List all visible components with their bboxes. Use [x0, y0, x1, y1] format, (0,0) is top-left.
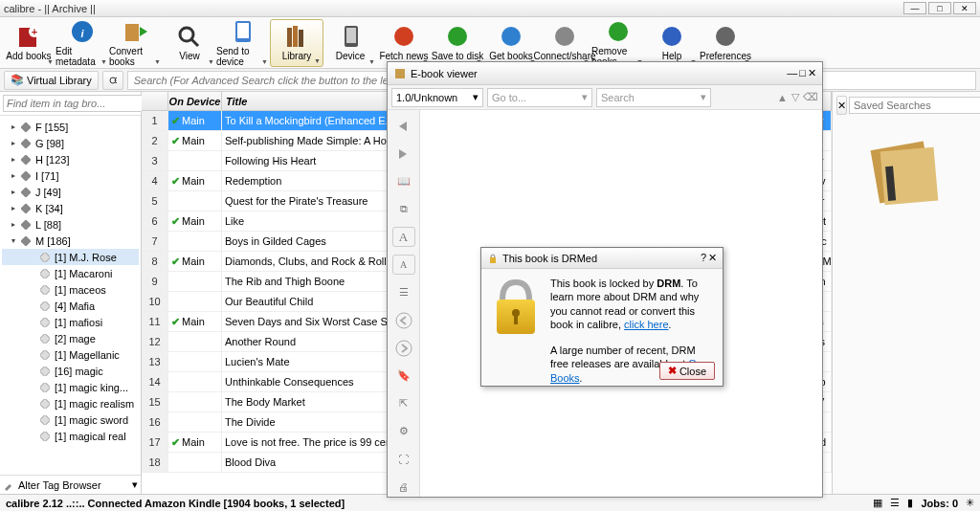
tag-item[interactable]: [1] Magellanic [2, 346, 139, 363]
tag-category[interactable]: ▸H [123] [2, 151, 139, 167]
layout-list-icon[interactable]: ☰ [890, 497, 900, 509]
diamond-icon [21, 122, 33, 132]
diamond-icon [21, 204, 33, 213]
dialog-close-x-button[interactable]: ✕ [708, 252, 717, 264]
drm-dialog: This book is DRMed ? ✕ This book is lock… [480, 247, 724, 387]
back-arrow-icon[interactable] [392, 116, 415, 136]
toolbar-extra-0[interactable]: Fetch news▼ [377, 19, 431, 67]
toolbar-convert-button[interactable]: Convert books▼ [109, 19, 163, 67]
alter-tag-button[interactable]: Alter Tag Browser [18, 479, 101, 491]
diamond-icon [21, 188, 33, 197]
tag-category[interactable]: ▸K [34] [2, 200, 139, 216]
dialog-help-button[interactable]: ? [701, 252, 706, 264]
tag-item[interactable]: [1] mafiosi [2, 314, 139, 330]
tag-item[interactable]: [16] magic [2, 363, 139, 379]
reference-icon[interactable]: ⇱ [392, 393, 415, 413]
column-on-device[interactable]: On Device [168, 92, 222, 110]
font-smaller-icon[interactable]: A [392, 255, 415, 275]
bookmark-icon[interactable]: 🔖 [392, 366, 415, 386]
diamond-icon [40, 334, 52, 344]
clear-search-button[interactable]: ✕ [836, 96, 847, 115]
open-book-icon[interactable]: 📖 [392, 171, 415, 191]
viewer-goto-combo[interactable]: Go to...▾ [487, 88, 592, 107]
svg-point-20 [662, 27, 681, 46]
tag-item[interactable]: [1] magical real [2, 428, 139, 444]
svg-rect-35 [40, 301, 50, 311]
tag-find-input[interactable] [3, 95, 144, 112]
toolbar-extra-3[interactable]: Connect/share▼ [538, 19, 591, 67]
svg-rect-53 [514, 313, 518, 324]
toolbar-add-book-button[interactable]: +Add books▼ [2, 19, 56, 67]
settings-icon[interactable]: ⚙ [392, 421, 415, 441]
tag-item[interactable]: [1] magic king... [2, 379, 139, 395]
forward-arrow-icon[interactable] [392, 144, 415, 164]
diamond-icon [21, 155, 33, 165]
copy-icon[interactable]: ⧉ [392, 199, 415, 219]
toolbar-extra-6[interactable]: Preferences▼ [699, 19, 752, 67]
next-page-icon[interactable] [392, 338, 415, 358]
toolbar-send-button[interactable]: Send to device▼ [216, 19, 270, 67]
drm-learn-link[interactable]: click here [624, 319, 668, 330]
viewer-section-combo[interactable]: 1.0/Unknown▾ [391, 88, 483, 107]
viewer-minimize-button[interactable]: — [787, 67, 797, 79]
tag-category[interactable]: ▸G [98] [2, 135, 139, 151]
svg-rect-32 [40, 253, 50, 262]
toolbar-extra-2[interactable]: Get books▼ [484, 19, 538, 67]
dialog-close-button[interactable]: ✖ Close [659, 362, 715, 380]
fullscreen-icon[interactable]: ⛶ [392, 449, 415, 469]
toolbar-extra-5[interactable]: Help▼ [645, 19, 699, 67]
tag-item[interactable]: [1] magic sword [2, 411, 139, 428]
svg-point-6 [180, 28, 193, 41]
font-bigger-icon[interactable]: A [392, 227, 415, 247]
viewer-search-input[interactable]: Search▾ [596, 88, 711, 107]
tag-category[interactable]: ▾M [186] [2, 233, 139, 249]
diamond-icon [21, 171, 33, 181]
tag-item[interactable]: [1] magic realism [2, 395, 139, 411]
tag-item[interactable]: [4] Mafia [2, 298, 139, 314]
viewer-maximize-button[interactable]: □ [799, 67, 806, 79]
viewer-close-button[interactable]: ✕ [808, 67, 816, 79]
tag-category[interactable]: ▸F [155] [2, 119, 139, 135]
saved-searches-dropdown[interactable] [849, 97, 980, 114]
viewer-title: E-book viewer [411, 68, 478, 79]
virtual-library-button[interactable]: 📚Virtual Library [4, 71, 99, 90]
jobs-label[interactable]: Jobs: 0 [921, 498, 958, 509]
close-button[interactable]: ✕ [953, 2, 976, 14]
prev-page-icon[interactable] [392, 310, 415, 330]
tag-category[interactable]: ▸J [49] [2, 184, 139, 200]
tag-item[interactable]: [2] mage [2, 330, 139, 346]
maximize-button[interactable]: □ [928, 2, 951, 14]
svg-rect-38 [40, 350, 50, 360]
diamond-icon [40, 367, 52, 376]
status-text: calibre 2.12 ..::.. Connected Amazon Kin… [6, 498, 345, 509]
tag-item[interactable]: [1] Macaroni [2, 265, 139, 281]
minimize-button[interactable]: — [903, 2, 926, 14]
svg-rect-26 [21, 155, 31, 165]
toolbar-device-button[interactable]: Device▼ [323, 19, 377, 67]
viewer-next-match-icon[interactable]: ▽ [791, 91, 799, 103]
advanced-search-button[interactable] [102, 71, 123, 90]
tag-category[interactable]: ▸I [71] [2, 167, 139, 184]
check-icon: ✔ [171, 316, 180, 328]
column-index[interactable] [142, 92, 168, 110]
layout-cover-icon[interactable]: ▮ [907, 497, 913, 509]
book-icon [393, 67, 407, 80]
toc-icon[interactable]: ☰ [392, 282, 415, 302]
main-titlebar: calibre - || Archive || — □ ✕ [0, 0, 980, 17]
tag-item[interactable]: [1] M.J. Rose [2, 249, 139, 265]
print-icon[interactable]: 🖨 [392, 477, 415, 497]
toolbar-extra-1[interactable]: Save to disk▼ [431, 19, 484, 67]
toolbar-view-button[interactable]: View▼ [163, 19, 216, 67]
tag-category[interactable]: ▸L [88] [2, 216, 139, 233]
svg-rect-40 [40, 383, 50, 392]
diamond-icon [40, 432, 52, 441]
close-x-icon: ✖ [668, 365, 677, 377]
book-cover [863, 128, 949, 214]
layout-grid-icon[interactable]: ▦ [873, 497, 882, 509]
tag-item[interactable]: [1] maceos [2, 281, 139, 298]
viewer-clear-icon[interactable]: ⌫ [803, 91, 818, 103]
toolbar-library-button[interactable]: Library▼ [270, 19, 323, 67]
toolbar-extra-4[interactable]: Remove books▼ [591, 19, 645, 67]
toolbar-info-button[interactable]: iEdit metadata▼ [56, 19, 109, 67]
viewer-prev-match-icon[interactable]: ▲ [777, 92, 788, 103]
